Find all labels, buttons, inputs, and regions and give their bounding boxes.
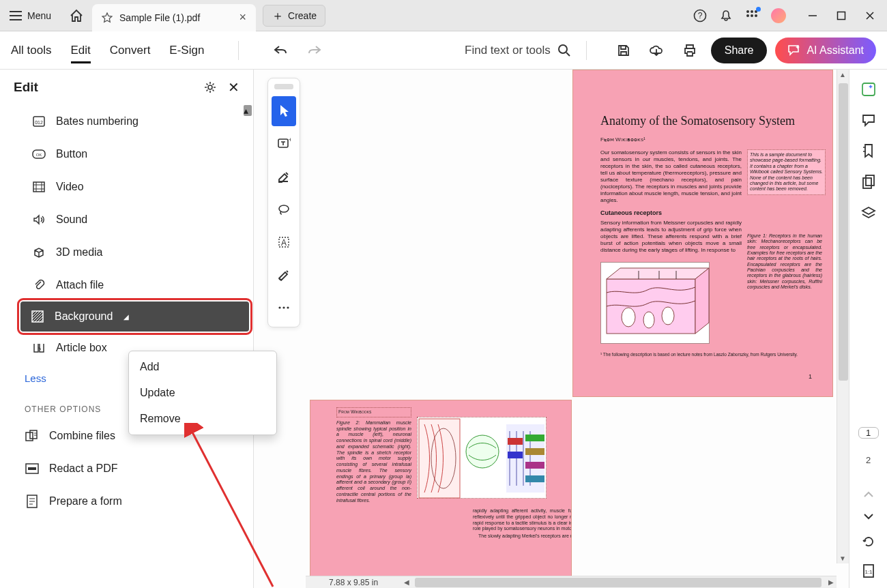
current-page-input[interactable]: 1	[858, 427, 879, 439]
tab-close[interactable]: ×	[239, 10, 247, 25]
svg-rect-42	[525, 448, 544, 455]
star-icon	[102, 12, 113, 23]
scroll-up-icon[interactable]: ▲	[839, 71, 846, 78]
document-vertical-scrollbar[interactable]: ▲ ▼	[837, 70, 849, 563]
titlebar: Menu Sample File (1).pdf × ＋ Create ?	[0, 0, 887, 31]
page-up-button[interactable]	[863, 491, 874, 498]
scroll-left-icon[interactable]: ◀	[404, 578, 409, 586]
help-icon[interactable]: ?	[693, 9, 707, 23]
avatar[interactable]	[771, 8, 786, 23]
apps-icon[interactable]	[745, 9, 759, 23]
page2-header: From Wikibooks	[336, 407, 411, 417]
svg-rect-47	[866, 175, 874, 186]
select-tool[interactable]	[272, 96, 296, 126]
sidebar-item-3d-media[interactable]: 3D media	[0, 236, 253, 269]
svg-text:012: 012	[35, 120, 43, 125]
svg-rect-8	[838, 12, 845, 19]
maximize-button[interactable]	[837, 11, 846, 20]
svg-rect-41	[525, 435, 544, 441]
pages-canvas[interactable]: Anatomy of the Somatosensory System Fʀᴏᴍ…	[254, 70, 849, 588]
separator	[238, 41, 239, 60]
sidebar-item-prepare-form[interactable]: Prepare a form	[0, 485, 253, 518]
right-rail: 1 2 1:1	[849, 70, 887, 588]
lasso-tool[interactable]	[272, 194, 296, 224]
page1-subtitle: Fʀᴏᴍ Wɪᴋɪʙᴏᴏᴋs¹	[600, 136, 832, 143]
sidebar-item-video[interactable]: Video	[0, 171, 253, 203]
svg-point-7	[755, 14, 757, 17]
svg-point-3	[751, 10, 753, 13]
title-icons: ?	[693, 8, 796, 23]
ai-panel-button[interactable]	[861, 82, 876, 97]
page1-sidebox: This is a sample document to showcase pa…	[747, 149, 826, 195]
sidebar-item-bates-numbering[interactable]: 012 Bates numbering	[0, 105, 253, 138]
tab-convert[interactable]: Convert	[110, 44, 151, 57]
combine-icon	[25, 428, 40, 443]
scroll-down-icon[interactable]: ▼	[839, 555, 846, 562]
add-text-tool[interactable]: +	[272, 129, 296, 159]
comments-button[interactable]	[861, 113, 876, 127]
close-sidebar-button[interactable]: ✕	[228, 79, 239, 95]
svg-rect-20	[28, 467, 36, 470]
more-tools[interactable]	[272, 293, 296, 323]
menu-button[interactable]: Menu	[0, 0, 61, 31]
sidebar-scrollbar[interactable]: ▴	[244, 105, 252, 116]
sidebar-item-redact[interactable]: Redact a PDF	[0, 452, 253, 485]
fit-page-button[interactable]: 1:1	[862, 563, 875, 578]
chat-sparkle-icon	[787, 44, 801, 57]
page-2[interactable]: From Wikibooks Figure 2: Mammalian muscl…	[310, 400, 572, 588]
sidebar-item-sound[interactable]: Sound	[0, 203, 253, 236]
rotate-button[interactable]	[862, 535, 875, 548]
redo-button[interactable]	[307, 44, 322, 57]
svg-point-28	[278, 306, 280, 308]
ai-assistant-button[interactable]: AI Assistant	[775, 38, 876, 63]
scroll-right-icon[interactable]: ▶	[828, 578, 834, 586]
svg-text:?: ?	[698, 11, 703, 20]
paperclip-icon	[31, 278, 46, 293]
hscroll-thumb[interactable]	[415, 578, 821, 587]
sidebar-item-button[interactable]: OK Button	[0, 138, 253, 171]
page-down-button[interactable]	[863, 513, 874, 520]
tab-esign[interactable]: E-Sign	[169, 44, 204, 57]
bookmarks-button[interactable]	[862, 143, 875, 158]
toolbar: All tools Edit Convert E-Sign Find text …	[0, 31, 887, 70]
highlight-tool[interactable]	[272, 162, 296, 192]
save-button[interactable]	[617, 44, 630, 57]
home-button[interactable]	[61, 0, 92, 31]
sign-tool[interactable]	[272, 260, 296, 290]
tab-edit[interactable]: Edit	[71, 44, 91, 63]
find-tools[interactable]: Find text or tools	[465, 44, 571, 57]
minimize-button[interactable]	[808, 11, 817, 20]
print-button[interactable]	[682, 44, 697, 57]
svg-point-29	[282, 306, 285, 308]
tab-all-tools[interactable]: All tools	[11, 44, 52, 57]
svg-rect-18	[30, 430, 37, 439]
cloud-button[interactable]	[648, 44, 665, 57]
undo-button[interactable]	[273, 44, 288, 57]
svg-rect-44	[525, 475, 544, 482]
create-button[interactable]: ＋ Create	[263, 5, 325, 27]
text-select-tool[interactable]: A	[272, 227, 296, 257]
svg-rect-35	[419, 419, 460, 498]
ctx-remove[interactable]: Remove	[129, 406, 276, 432]
bell-icon[interactable]	[719, 9, 733, 23]
separator	[586, 41, 587, 60]
page2-body2: The slowly adapting Merkel's receptors a…	[473, 533, 572, 540]
sidebar-item-background[interactable]: Background ◢	[20, 302, 249, 332]
pages-button[interactable]	[862, 175, 875, 190]
toolbar-grip[interactable]	[274, 84, 293, 89]
ctx-update[interactable]: Update	[129, 380, 276, 406]
vscroll-thumb[interactable]	[839, 83, 848, 381]
sidebar-item-attach-file[interactable]: Attach file	[0, 269, 253, 302]
create-label: Create	[288, 10, 317, 21]
svg-text:A: A	[281, 238, 287, 248]
sound-icon	[31, 212, 46, 227]
svg-rect-40	[508, 452, 523, 458]
share-button[interactable]: Share	[711, 38, 768, 63]
close-window-button[interactable]	[865, 11, 875, 20]
layers-button[interactable]	[861, 206, 876, 220]
document-tab[interactable]: Sample File (1).pdf ×	[92, 4, 256, 31]
ctx-add[interactable]: Add	[129, 354, 276, 380]
page-1[interactable]: Anatomy of the Somatosensory System Fʀᴏᴍ…	[572, 70, 833, 397]
button-icon: OK	[31, 147, 46, 162]
gear-icon[interactable]	[203, 80, 217, 94]
